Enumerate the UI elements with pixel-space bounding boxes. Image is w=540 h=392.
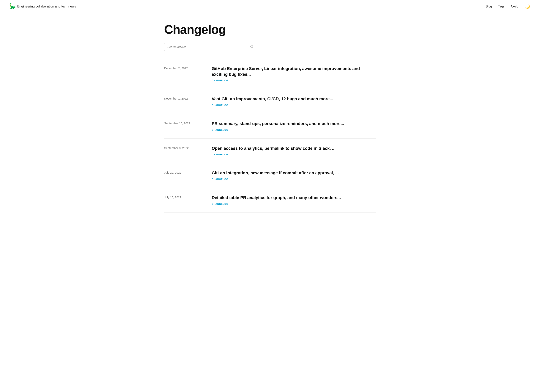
article-tag[interactable]: CHANGELOG	[212, 104, 228, 107]
article-tag[interactable]: CHANGELOG	[212, 178, 228, 181]
search-container	[164, 43, 256, 51]
article-title[interactable]: GitHub Enterprise Server, Linear integra…	[212, 66, 376, 77]
article-item: November 1, 2022 Vast GitLab improvement…	[164, 89, 376, 114]
article-list: December 2, 2022 GitHub Enterprise Serve…	[164, 59, 376, 213]
article-content: GitLab integration, new message if commi…	[212, 170, 376, 181]
article-content: GitHub Enterprise Server, Linear integra…	[212, 66, 376, 82]
moon-icon: 🌙	[525, 4, 530, 9]
article-content: Vast GitLab improvements, CI/CD, 12 bugs…	[212, 96, 376, 107]
article-date: September 8, 2022	[164, 146, 202, 150]
article-content: Open access to analytics, permalink to s…	[212, 146, 376, 156]
article-tag[interactable]: CHANGELOG	[212, 153, 228, 156]
article-title[interactable]: Open access to analytics, permalink to s…	[212, 146, 376, 151]
search-input[interactable]	[164, 43, 256, 51]
article-content: Detailed table PR analytics for graph, a…	[212, 195, 376, 206]
nav-link-axolo[interactable]: Axolo	[511, 5, 518, 8]
page-title: Changelog	[164, 22, 376, 37]
article-tag[interactable]: CHANGELOG	[212, 79, 228, 82]
nav-link-tags[interactable]: Tags	[498, 5, 505, 8]
article-date: July 18, 2022	[164, 195, 202, 199]
brand-logo-icon: 🦕	[9, 3, 15, 10]
nav-link-blog[interactable]: Blog	[486, 5, 492, 8]
article-date: July 29, 2022	[164, 170, 202, 174]
main-content: Changelog December 2, 2022 GitHub Enterp…	[155, 13, 385, 225]
article-date: September 10, 2022	[164, 121, 202, 125]
article-title[interactable]: Vast GitLab improvements, CI/CD, 12 bugs…	[212, 96, 376, 102]
article-item: July 29, 2022 GitLab integration, new me…	[164, 163, 376, 188]
article-item: December 2, 2022 GitHub Enterprise Serve…	[164, 59, 376, 89]
article-tag[interactable]: CHANGELOG	[212, 129, 228, 131]
article-date: November 1, 2022	[164, 96, 202, 100]
article-title[interactable]: PR summary, stand-ups, personalize remin…	[212, 121, 376, 126]
brand-link[interactable]: 🦕 Engineering collaboration and tech new…	[9, 3, 76, 10]
article-date: December 2, 2022	[164, 66, 202, 70]
article-tag[interactable]: CHANGELOG	[212, 203, 228, 205]
article-title[interactable]: GitLab integration, new message if commi…	[212, 170, 376, 176]
article-title[interactable]: Detailed table PR analytics for graph, a…	[212, 195, 376, 201]
nav-links: Blog Tags Axolo 🌙	[486, 3, 531, 10]
dark-mode-button[interactable]: 🌙	[525, 3, 531, 10]
article-item: September 8, 2022 Open access to analyti…	[164, 139, 376, 163]
article-content: PR summary, stand-ups, personalize remin…	[212, 121, 376, 131]
navbar: 🦕 Engineering collaboration and tech new…	[0, 0, 540, 13]
brand-name: Engineering collaboration and tech news	[17, 5, 76, 8]
article-item: July 18, 2022 Detailed table PR analytic…	[164, 188, 376, 213]
article-item: September 10, 2022 PR summary, stand-ups…	[164, 114, 376, 139]
